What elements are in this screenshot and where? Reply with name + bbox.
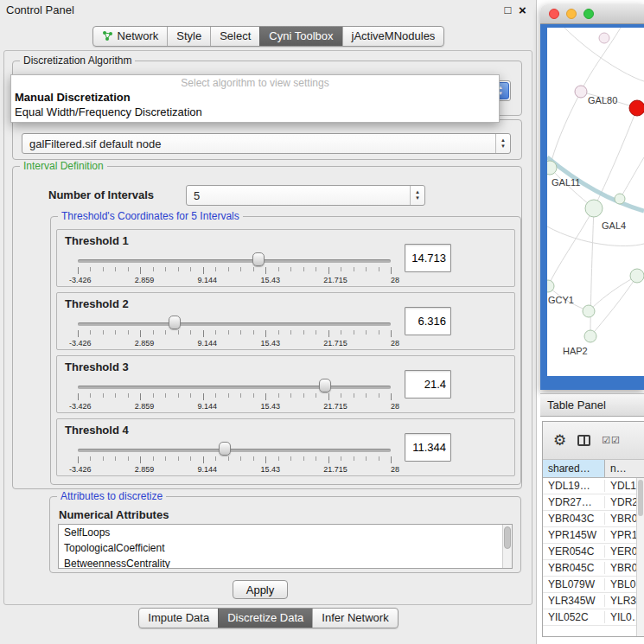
numerical-attributes-label: Numerical Attributes — [59, 508, 169, 521]
network-node-gal4[interactable] — [585, 200, 603, 217]
group-title: Interval Definition — [20, 160, 107, 172]
threshold-2-slider[interactable]: -3.4262.8599.14415.4321.71528 — [78, 315, 391, 349]
network-node-selected[interactable] — [629, 100, 644, 116]
table-row[interactable]: YPR145WYPR1… — [543, 527, 644, 544]
table-rows: YDL19…YDL1…YDR27…YDR2…YBR043CYBR0…YPR145… — [543, 478, 644, 626]
table-panel-title: Table Panel — [547, 399, 606, 411]
tab-impute-data[interactable]: Impute Data — [139, 609, 218, 628]
table-cell-shared-name[interactable]: YDL19… — [543, 480, 605, 492]
slider-thumb[interactable] — [252, 252, 265, 266]
network-node[interactable] — [599, 33, 609, 43]
network-icon — [102, 30, 113, 41]
scale-tick-label: 9.144 — [198, 276, 218, 284]
table-cell-shared-name[interactable]: YDR27… — [543, 496, 605, 508]
table-row[interactable]: YIL052CYIL0… — [543, 609, 644, 626]
number-of-intervals-combobox[interactable]: 5 ▲ ▼ — [186, 185, 425, 206]
threshold-1-slider[interactable]: -3.4262.8599.14415.4321.71528 — [78, 252, 391, 286]
table-cell-shared-name[interactable]: YER054C — [543, 545, 605, 558]
table-scrollbar[interactable] — [636, 478, 644, 636]
table-row[interactable]: YBL079WYBL0… — [543, 577, 644, 593]
list-scrollbar[interactable] — [502, 525, 512, 568]
number-of-intervals-label: Number of Intervals — [48, 188, 154, 201]
scale-tick-label: -3.426 — [69, 339, 92, 348]
select-rows-icons[interactable]: ☑☑ — [602, 435, 621, 446]
network-canvas[interactable]: GAL80 GAL11 GAL4 GCY1 HAP2 — [547, 28, 644, 376]
tab-network[interactable]: Network — [93, 27, 168, 46]
scale-tick-label: 21.715 — [323, 402, 348, 411]
threshold-4-value-field[interactable] — [405, 433, 451, 462]
network-node-gal11[interactable] — [547, 161, 557, 175]
dropdown-option-equal-width-frequency[interactable]: Equal Width/Frequency Discretization — [11, 105, 499, 119]
table-panel-titlebar: Table Panel — [540, 393, 644, 417]
threshold-4-slider[interactable]: -3.4262.8599.14415.4321.71528 — [78, 441, 391, 475]
zoom-traffic-light-icon[interactable] — [583, 9, 594, 19]
column-header-shared-name[interactable]: shared… — [543, 460, 605, 477]
scale-tick-label: -3.426 — [69, 465, 92, 474]
stepper-down-icon: ▼ — [501, 143, 506, 150]
slider-thumb[interactable] — [319, 379, 331, 392]
scrollbar-thumb[interactable] — [638, 480, 643, 516]
stepper-down-icon: ▼ — [415, 195, 420, 201]
table-row[interactable]: YDR27…YDR2… — [543, 494, 644, 511]
node-label-gal80[interactable]: GAL80 — [588, 95, 617, 105]
slider-thumb[interactable] — [219, 442, 231, 456]
column-header-name[interactable]: n… — [605, 460, 644, 477]
tab-jactivemnodules[interactable]: jActiveMNodules — [342, 27, 444, 46]
node-label-hap2[interactable]: HAP2 — [563, 346, 588, 356]
table-cell-shared-name[interactable]: YBR045C — [543, 562, 605, 574]
scrollbar-thumb[interactable] — [504, 526, 511, 549]
network-node[interactable] — [583, 305, 595, 317]
columns-icon[interactable] — [577, 435, 590, 446]
threshold-4-panel: Threshold 4 -3.4262.8599.14415.4321.7152… — [56, 418, 515, 476]
table-cell-shared-name[interactable]: YLR345W — [543, 595, 605, 607]
tab-infer-network[interactable]: Infer Network — [312, 609, 397, 628]
threshold-label: Threshold 3 — [65, 360, 129, 373]
network-node-gal80[interactable] — [575, 86, 587, 98]
scale-tick-label: 2.859 — [135, 465, 155, 474]
group-title: Threshold's Coordinates for 5 Intervals — [58, 210, 243, 222]
node-label-gal11[interactable]: GAL11 — [552, 177, 580, 188]
network-node[interactable] — [615, 194, 625, 204]
table-cell-shared-name[interactable]: YBL079W — [543, 578, 605, 590]
slider-major-ticks — [78, 456, 392, 463]
table-row[interactable]: YDL19…YDL1… — [543, 478, 644, 494]
attribute-list-item[interactable]: TopologicalCoefficient — [59, 540, 501, 556]
close-icon[interactable]: × — [515, 3, 530, 17]
tab-cyni-toolbox[interactable]: Cyni Toolbox — [259, 27, 341, 46]
minimize-traffic-light-icon[interactable] — [566, 9, 577, 19]
table-cell-shared-name[interactable]: YBR043C — [543, 513, 605, 525]
scale-tick-label: 28 — [391, 276, 399, 284]
numerical-attributes-list[interactable]: SelfLoopsTopologicalCoefficientBetweenne… — [58, 524, 513, 569]
threshold-label: Threshold 4 — [65, 424, 129, 437]
network-node-hap2[interactable] — [584, 330, 596, 342]
attribute-list-item[interactable]: SelfLoops — [59, 525, 501, 540]
dropdown-option-manual-discretization[interactable]: Manual Discretization — [11, 90, 499, 105]
threshold-3-value-field[interactable] — [405, 370, 451, 399]
threshold-3-slider[interactable]: -3.4262.8599.14415.4321.71528 — [78, 378, 391, 412]
table-row[interactable]: YBR043CYBR0… — [543, 511, 644, 527]
node-label-gal4[interactable]: GAL4 — [602, 220, 626, 231]
table-row[interactable]: YLR345WYLR3… — [543, 593, 644, 609]
threshold-1-value-field[interactable] — [405, 244, 451, 272]
table-row[interactable]: YBR045CYBR0… — [543, 560, 644, 577]
table-data-combobox[interactable]: galFiltered.sif default node ▲ ▼ — [22, 133, 511, 154]
table-cell-shared-name[interactable]: YIL052C — [543, 611, 605, 623]
node-label-gcy1[interactable]: GCY1 — [548, 295, 574, 305]
table-row[interactable]: YER054CYER0… — [543, 544, 644, 560]
scale-tick-label: 15.43 — [260, 339, 280, 348]
tab-discretize-data[interactable]: Discretize Data — [218, 609, 312, 628]
network-window-titlebar[interactable] — [540, 4, 644, 24]
scale-tick-label: 2.859 — [135, 402, 155, 411]
apply-button[interactable]: Apply — [233, 580, 288, 599]
control-panel: Control Panel □ × Network Style Select — [0, 0, 537, 644]
table-cell-shared-name[interactable]: YPR145W — [543, 529, 605, 541]
network-node[interactable] — [630, 269, 644, 283]
float-window-icon[interactable]: □ — [501, 3, 515, 16]
close-traffic-light-icon[interactable] — [549, 9, 559, 19]
gear-icon[interactable]: ⚙ — [553, 433, 566, 448]
tab-select[interactable]: Select — [210, 27, 259, 46]
attribute-list-item[interactable]: BetweennessCentrality — [59, 556, 501, 569]
slider-thumb[interactable] — [169, 316, 181, 329]
tab-style[interactable]: Style — [167, 27, 210, 46]
threshold-2-value-field[interactable] — [405, 307, 451, 335]
